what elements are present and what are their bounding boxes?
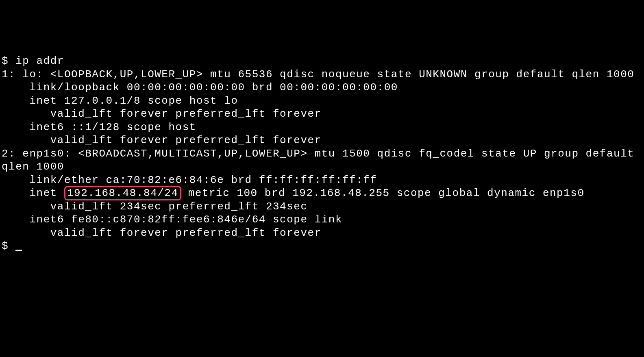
cursor-icon xyxy=(15,250,22,251)
interface-enp1s0-link: link/ether ca:70:82:e6:84:6e brd ff:ff:f… xyxy=(2,174,377,186)
interface-lo-valid-lft-2: valid_lft forever preferred_lft forever xyxy=(2,134,322,146)
interface-enp1s0-valid-lft-2: valid_lft forever preferred_lft forever xyxy=(2,227,322,239)
terminal-output[interactable]: $ ip addr 1: lo: <LOOPBACK,UP,LOWER_UP> … xyxy=(2,54,642,253)
interface-enp1s0-header: 2: enp1s0: <BROADCAST,MULTICAST,UP,LOWER… xyxy=(2,148,641,173)
shell-prompt: $ xyxy=(2,55,15,67)
highlighted-ip-address: 192.168.48.84/24 xyxy=(64,186,181,200)
interface-lo-header: 1: lo: <LOOPBACK,UP,LOWER_UP> mtu 65536 … xyxy=(2,68,634,81)
interface-enp1s0-inet6: inet6 fe80::c870:82ff:fee6:846e/64 scope… xyxy=(2,213,342,226)
command-text: ip addr xyxy=(15,55,64,67)
interface-enp1s0-inet-suffix: metric 100 brd 192.168.48.255 scope glob… xyxy=(181,187,585,199)
interface-lo-inet6: inet6 ::1/128 scope host xyxy=(2,121,196,133)
interface-lo-link: link/loopback 00:00:00:00:00:00 brd 00:0… xyxy=(2,81,398,94)
interface-lo-inet: inet 127.0.0.1/8 scope host lo xyxy=(2,95,238,107)
interface-lo-valid-lft-1: valid_lft forever preferred_lft forever xyxy=(2,108,322,120)
interface-enp1s0-inet-prefix: inet xyxy=(2,187,64,199)
shell-prompt: $ xyxy=(2,240,15,252)
interface-enp1s0-valid-lft-1: valid_lft 234sec preferred_lft 234sec xyxy=(2,200,308,213)
